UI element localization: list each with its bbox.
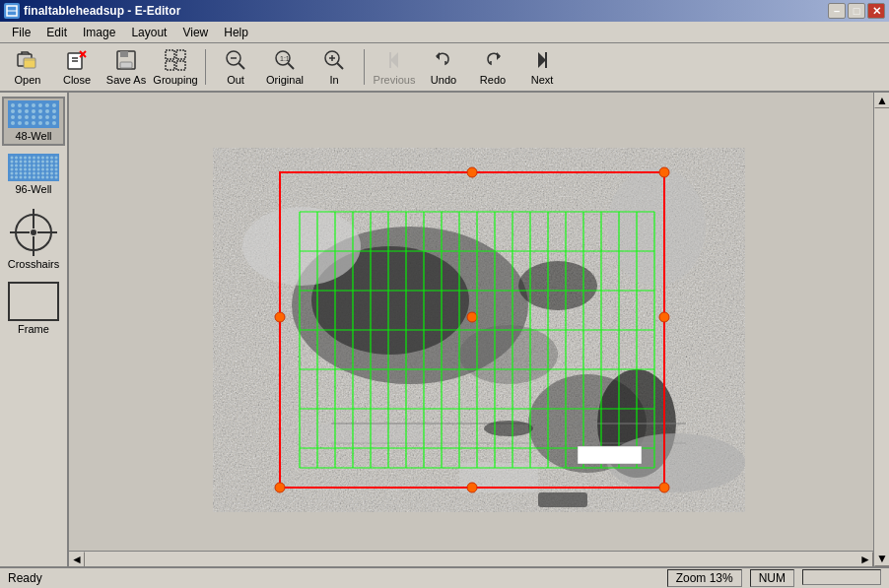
title-bar-buttons: – □ ✕ [828,3,885,19]
svg-marker-30 [538,52,546,68]
svg-point-108 [20,172,23,175]
scroll-h-track [85,552,857,566]
zoom-in-button[interactable]: In [310,45,358,89]
svg-point-87 [24,164,27,167]
frame-icon [8,282,59,321]
zoom-original-button[interactable]: 1:1 Original [261,45,308,89]
scroll-up-button[interactable]: ▲ [874,93,889,108]
status-right: Zoom 13% NUM [667,569,881,587]
svg-point-69 [41,157,44,160]
panel-item-48well[interactable]: 48-Well [2,97,65,146]
svg-point-51 [38,115,42,119]
redo-label: Redo [480,74,506,86]
zoom-out-button[interactable]: Out [212,45,259,89]
svg-point-40 [11,109,15,113]
svg-rect-3 [24,58,35,68]
menu-edit[interactable]: Edit [38,24,75,41]
menu-image[interactable]: Image [75,24,123,41]
num-status: NUM [750,569,794,587]
svg-point-72 [55,157,58,160]
redo-button[interactable]: Redo [469,45,516,89]
scroll-left-button[interactable]: ◄ [69,552,85,566]
minimize-button[interactable]: – [828,3,846,19]
panel-item-96well[interactable]: 96-Well [2,150,65,199]
next-button[interactable]: Next [518,45,566,89]
grouping-button[interactable]: Grouping [152,45,199,89]
save-as-button[interactable]: Save As [103,45,150,89]
svg-rect-145 [311,424,430,443]
vertical-scrollbar[interactable]: ▲ ▼ [873,93,889,566]
undo-button[interactable]: Undo [420,45,467,89]
toolbar-sep-1 [205,49,206,85]
svg-rect-10 [120,51,128,57]
svg-point-70 [46,157,49,160]
svg-point-115 [50,172,53,175]
next-label: Next [531,74,554,86]
svg-point-89 [33,164,35,167]
save-as-label: Save As [106,74,146,86]
title-bar: finaltableheadsup - E-Editor – □ ✕ [0,0,889,22]
menu-layout[interactable]: Layout [123,24,174,41]
svg-point-46 [52,109,56,113]
menu-file[interactable]: File [4,24,38,41]
menu-help[interactable]: Help [216,24,256,41]
zoom-original-label: Original [266,74,304,86]
svg-point-74 [15,161,18,163]
status-ready: Ready [8,571,42,585]
svg-point-112 [37,172,40,175]
horizontal-scrollbar[interactable]: ◄ ► [69,551,873,566]
svg-point-58 [38,121,42,125]
left-panel: 48-Well 96-Well [0,93,69,566]
zoom-out-icon [224,48,247,72]
panel-item-frame[interactable]: Frame [2,278,65,339]
svg-point-123 [37,176,40,179]
open-button[interactable]: Open [4,45,51,89]
scroll-right-button[interactable]: ► [857,552,873,566]
close-tool-button[interactable]: Close [53,45,101,89]
svg-point-90 [37,164,40,167]
svg-point-149 [484,421,533,436]
svg-point-43 [32,109,35,113]
svg-point-39 [52,103,56,107]
svg-point-49 [25,115,29,119]
svg-point-124 [41,176,44,179]
panel-item-crosshairs[interactable]: Crosshairs [2,203,65,274]
zoom-status: Zoom 13% [667,569,742,587]
scroll-track [874,108,889,551]
svg-point-55 [18,121,22,125]
svg-point-113 [41,172,44,175]
svg-point-114 [46,172,49,175]
scroll-indicator[interactable] [802,569,881,585]
svg-point-83 [55,161,58,163]
svg-point-73 [11,161,14,163]
svg-point-102 [41,168,44,171]
svg-point-95 [11,168,14,171]
svg-point-106 [11,172,14,175]
svg-point-64 [20,157,23,160]
svg-point-66 [29,157,32,160]
redo-icon [481,48,505,72]
close-button[interactable]: ✕ [867,3,885,19]
status-bar: Ready Zoom 13% NUM [0,566,889,588]
svg-point-126 [50,176,53,179]
scroll-down-button[interactable]: ▼ [874,551,889,566]
svg-point-47 [11,115,15,119]
maximize-button[interactable]: □ [848,3,865,19]
svg-marker-26 [390,52,398,68]
svg-point-78 [33,161,35,163]
svg-point-103 [46,168,49,171]
svg-point-65 [24,157,27,160]
svg-point-88 [29,164,32,167]
open-icon [16,48,39,72]
canvas-area[interactable]: ▲ ▼ ◄ ► [69,93,889,566]
svg-point-104 [50,168,53,171]
menu-view[interactable]: View [174,24,216,41]
svg-point-105 [55,168,58,171]
previous-button[interactable]: Previous [371,45,418,89]
svg-point-94 [55,164,58,167]
grouping-label: Grouping [153,74,197,86]
toolbar-sep-2 [364,49,365,85]
svg-point-57 [32,121,35,125]
svg-point-140 [242,207,361,286]
svg-rect-143 [459,463,538,492]
